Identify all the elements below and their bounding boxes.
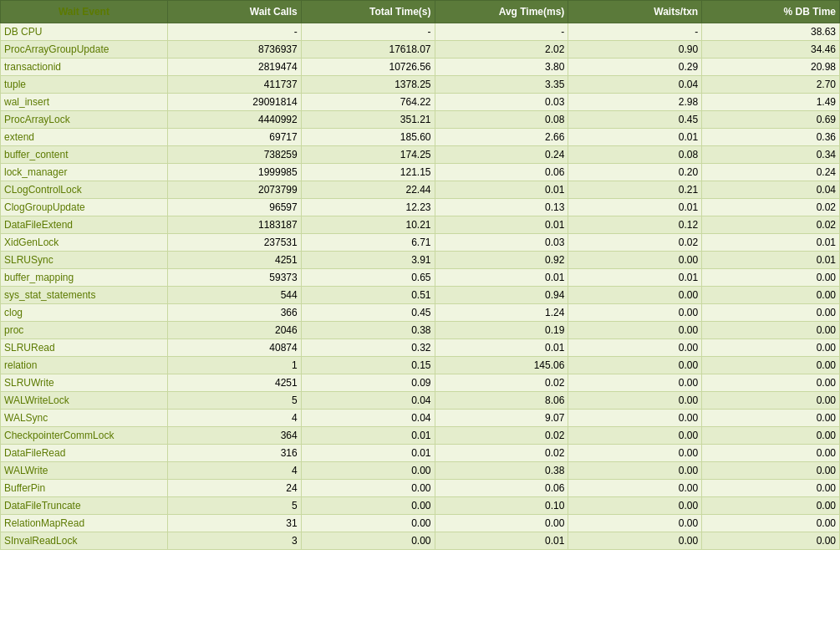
- cell-wait-calls: 4251: [167, 252, 301, 269]
- cell-total-time: 0.32: [301, 339, 435, 357]
- cell-wait-calls: 69717: [167, 129, 301, 146]
- cell-wait-event: ClogGroupUpdate: [1, 199, 168, 216]
- cell-total-time: 0.01: [301, 427, 435, 445]
- cell-pct-db-time: 34.46: [702, 41, 840, 59]
- table-row: BufferPin240.000.060.000.00: [1, 480, 840, 497]
- cell-total-time: 185.60: [301, 129, 435, 146]
- cell-waits-txn: 0.00: [568, 462, 702, 480]
- cell-waits-txn: 2.98: [568, 94, 702, 111]
- table-row: DataFileExtend118318710.210.010.120.02: [1, 216, 840, 234]
- cell-wait-calls: 364: [167, 427, 301, 445]
- cell-avg-time: 0.01: [435, 181, 568, 199]
- cell-wait-calls: 316: [167, 445, 301, 462]
- cell-waits-txn: 0.00: [568, 287, 702, 304]
- cell-wait-calls: 4251: [167, 374, 301, 392]
- cell-avg-time: 2.02: [435, 41, 568, 59]
- cell-wait-calls: 2073799: [167, 181, 301, 199]
- cell-pct-db-time: 0.01: [702, 252, 840, 269]
- cell-wait-event: clog: [1, 304, 168, 322]
- table-row: WALSync40.049.070.000.00: [1, 410, 840, 427]
- cell-waits-txn: -: [568, 23, 702, 41]
- cell-pct-db-time: 0.00: [702, 410, 840, 427]
- table-row: proc20460.380.190.000.00: [1, 322, 840, 339]
- cell-total-time: 0.04: [301, 392, 435, 410]
- cell-avg-time: 8.06: [435, 392, 568, 410]
- cell-avg-time: 0.38: [435, 462, 568, 480]
- table-row: clog3660.451.240.000.00: [1, 304, 840, 322]
- cell-wait-calls: 237531: [167, 234, 301, 252]
- cell-total-time: 0.04: [301, 410, 435, 427]
- cell-wait-event: ProcArrayLock: [1, 111, 168, 129]
- cell-wait-calls: 59373: [167, 269, 301, 287]
- cell-wait-event: extend: [1, 129, 168, 146]
- cell-avg-time: 0.08: [435, 111, 568, 129]
- cell-wait-event: transactionid: [1, 59, 168, 76]
- cell-pct-db-time: 0.00: [702, 339, 840, 357]
- cell-pct-db-time: 0.36: [702, 129, 840, 146]
- cell-total-time: 10.21: [301, 216, 435, 234]
- cell-waits-txn: 0.00: [568, 532, 702, 550]
- cell-total-time: 0.09: [301, 374, 435, 392]
- cell-pct-db-time: 38.63: [702, 23, 840, 41]
- cell-wait-event: SLRUWrite: [1, 374, 168, 392]
- cell-total-time: 174.25: [301, 146, 435, 164]
- cell-pct-db-time: 0.01: [702, 234, 840, 252]
- cell-waits-txn: 0.00: [568, 497, 702, 515]
- cell-wait-event: buffer_content: [1, 146, 168, 164]
- cell-pct-db-time: 0.00: [702, 357, 840, 374]
- cell-wait-event: RelationMapRead: [1, 515, 168, 532]
- table-row: ClogGroupUpdate9659712.230.130.010.02: [1, 199, 840, 216]
- cell-wait-event: DataFileRead: [1, 445, 168, 462]
- cell-pct-db-time: 20.98: [702, 59, 840, 76]
- header-avg-time: Avg Time(ms): [435, 1, 568, 23]
- cell-avg-time: 0.02: [435, 445, 568, 462]
- table-row: wal_insert29091814764.220.032.981.49: [1, 94, 840, 111]
- table-row: WALWriteLock50.048.060.000.00: [1, 392, 840, 410]
- cell-waits-txn: 0.00: [568, 374, 702, 392]
- cell-waits-txn: 0.00: [568, 357, 702, 374]
- cell-avg-time: 0.06: [435, 480, 568, 497]
- cell-wait-calls: 1: [167, 357, 301, 374]
- header-wait-calls: Wait Calls: [167, 1, 301, 23]
- table-row: lock_manager1999985121.150.060.200.24: [1, 164, 840, 181]
- table-row: SLRURead408740.320.010.000.00: [1, 339, 840, 357]
- cell-pct-db-time: 0.02: [702, 199, 840, 216]
- cell-pct-db-time: 0.00: [702, 427, 840, 445]
- cell-total-time: 12.23: [301, 199, 435, 216]
- cell-waits-txn: 0.00: [568, 427, 702, 445]
- cell-avg-time: 2.66: [435, 129, 568, 146]
- cell-total-time: 0.00: [301, 462, 435, 480]
- cell-total-time: 121.15: [301, 164, 435, 181]
- cell-wait-calls: 4440992: [167, 111, 301, 129]
- cell-pct-db-time: 0.00: [702, 304, 840, 322]
- cell-pct-db-time: 0.00: [702, 322, 840, 339]
- cell-total-time: 0.01: [301, 445, 435, 462]
- cell-pct-db-time: 0.69: [702, 111, 840, 129]
- cell-wait-event: WALWriteLock: [1, 392, 168, 410]
- cell-pct-db-time: 0.00: [702, 480, 840, 497]
- cell-wait-calls: 1183187: [167, 216, 301, 234]
- cell-avg-time: 0.03: [435, 94, 568, 111]
- cell-avg-time: 0.01: [435, 269, 568, 287]
- wait-events-table: Wait Event Wait Calls Total Time(s) Avg …: [0, 0, 840, 550]
- cell-pct-db-time: 0.00: [702, 287, 840, 304]
- cell-pct-db-time: 0.00: [702, 462, 840, 480]
- cell-waits-txn: 0.00: [568, 252, 702, 269]
- cell-pct-db-time: 0.04: [702, 181, 840, 199]
- header-waits-txn: Waits/txn: [568, 1, 702, 23]
- cell-avg-time: -: [435, 23, 568, 41]
- cell-total-time: 0.38: [301, 322, 435, 339]
- cell-total-time: 10726.56: [301, 59, 435, 76]
- cell-waits-txn: 0.08: [568, 146, 702, 164]
- cell-wait-event: CheckpointerCommLock: [1, 427, 168, 445]
- cell-wait-calls: 24: [167, 480, 301, 497]
- cell-wait-calls: 96597: [167, 199, 301, 216]
- cell-wait-calls: 1999985: [167, 164, 301, 181]
- cell-wait-event: XidGenLock: [1, 234, 168, 252]
- cell-avg-time: 0.10: [435, 497, 568, 515]
- cell-avg-time: 0.01: [435, 339, 568, 357]
- table-row: SInvalReadLock30.000.010.000.00: [1, 532, 840, 550]
- cell-pct-db-time: 0.00: [702, 497, 840, 515]
- cell-waits-txn: 0.20: [568, 164, 702, 181]
- cell-waits-txn: 0.00: [568, 322, 702, 339]
